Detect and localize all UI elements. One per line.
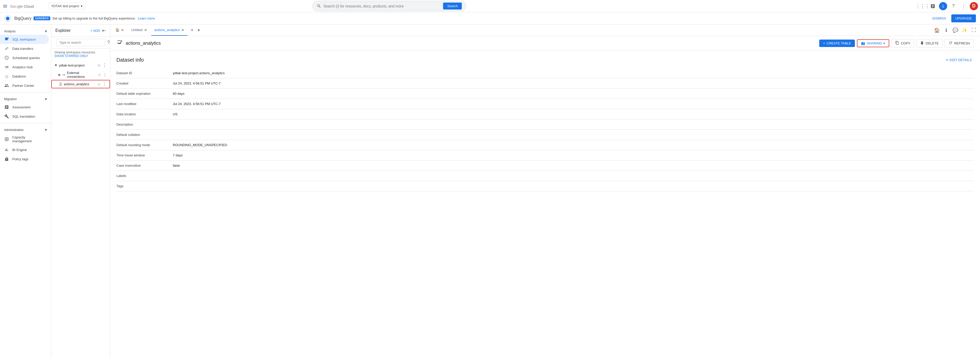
- sidebar-item-analytics-hub[interactable]: Analytics Hub: [0, 62, 49, 72]
- tab-info-icon[interactable]: ℹ: [942, 26, 950, 34]
- table-row: Default collation: [116, 130, 974, 140]
- home-close-icon[interactable]: ✕: [121, 28, 124, 32]
- sharing-icon: 👥: [861, 42, 865, 45]
- help-icon[interactable]: ?: [949, 2, 958, 10]
- tab-chat-icon[interactable]: 💬: [951, 26, 959, 34]
- dismiss-button[interactable]: DISMISS: [929, 14, 949, 22]
- field-value: 60 days: [173, 89, 974, 99]
- sharing-button[interactable]: 👥 SHARING ▾: [857, 39, 889, 47]
- untitled-tab-close-icon[interactable]: ✕: [144, 28, 147, 32]
- account-icon[interactable]: D: [970, 2, 978, 10]
- sidebar-item-partner-center[interactable]: Partner Center: [0, 81, 49, 90]
- tab-home-icon[interactable]: 🏠: [933, 26, 941, 34]
- add-button[interactable]: + ADD: [90, 29, 100, 33]
- dataset-star-icon[interactable]: ☆: [97, 82, 101, 86]
- delete-label: DELETE: [926, 42, 939, 45]
- search-bar-icon: [317, 4, 321, 8]
- tab-home[interactable]: 🏠 ✕: [112, 25, 127, 36]
- actions-analytics-tab-close-icon[interactable]: ✕: [181, 28, 185, 32]
- table-row: Created Jul 24, 2023, 4:56:51 PM UTC-7: [116, 78, 974, 89]
- dataset-header: actions_analytics + CREATE TABLE 👥 SHARI…: [110, 36, 980, 51]
- sidebar: Analysis ▾ SQL workspace Data transfers …: [0, 25, 51, 358]
- content-area: actions_analytics + CREATE TABLE 👥 SHARI…: [110, 36, 980, 358]
- project-selector[interactable]: YDTAK test project ▾: [48, 3, 85, 9]
- tab-actions-analytics[interactable]: actions_analytics ✕: [151, 25, 188, 36]
- data-transfers-icon: [4, 46, 9, 51]
- sidebar-item-data-transfers[interactable]: Data transfers: [0, 44, 49, 53]
- capacity-management-label: Capacity management: [12, 135, 45, 143]
- add-tab-button[interactable]: +: [188, 27, 196, 34]
- dataform-label: Dataform: [12, 75, 26, 78]
- field-value: [173, 171, 974, 181]
- learn-more-link[interactable]: Learn more: [138, 16, 154, 20]
- migration-label: Migration: [4, 97, 17, 101]
- tab-sparkle-icon[interactable]: ✨: [961, 26, 969, 34]
- more-options-icon[interactable]: ⋮: [959, 2, 968, 10]
- tabs-right: 🏠 ℹ 💬 ✨ ⛶: [933, 26, 978, 34]
- sidebar-item-scheduled-queries[interactable]: Scheduled queries: [0, 53, 49, 62]
- copy-button[interactable]: COPY: [891, 39, 914, 48]
- show-starred-link[interactable]: SHOW STARRED ONLY: [54, 54, 107, 58]
- refresh-label: REFRESH: [954, 42, 970, 45]
- account-avatar[interactable]: 1: [939, 2, 947, 10]
- table-row: Time travel window 7 days: [116, 150, 974, 160]
- explorer-search-input[interactable]: [56, 39, 105, 46]
- external-more-icon[interactable]: ⋮: [103, 72, 107, 77]
- apps-icon[interactable]: ⋮⋮⋮: [918, 2, 927, 10]
- project-more-icon[interactable]: ⋮: [102, 62, 107, 68]
- delete-button[interactable]: DELETE: [916, 39, 943, 48]
- tab-more-icon[interactable]: ▾: [198, 28, 200, 33]
- sidebar-item-capacity-management[interactable]: Capacity management: [0, 133, 49, 145]
- menu-icon[interactable]: [2, 3, 8, 9]
- create-table-button[interactable]: + CREATE TABLE: [819, 40, 855, 47]
- dropdown-icon: ▾: [81, 4, 83, 8]
- sidebar-item-sql-workspace[interactable]: SQL workspace: [0, 35, 49, 44]
- sidebar-item-dataform[interactable]: ◇ Dataform: [0, 72, 49, 81]
- field-label: Data location: [116, 109, 173, 120]
- project-star-icon[interactable]: ☆: [97, 63, 101, 68]
- google-cloud-logo[interactable]: Google Cloud: [10, 3, 46, 9]
- dataset-info-title: Dataset info: [116, 57, 144, 63]
- tab-expand-icon[interactable]: ⛶: [970, 26, 978, 34]
- field-label: Created: [116, 78, 173, 89]
- external-star-icon[interactable]: ☆: [98, 73, 101, 77]
- refresh-button[interactable]: REFRESH: [945, 39, 974, 48]
- field-label: Time travel window: [116, 150, 173, 160]
- dataset-more-icon[interactable]: ⋮: [102, 82, 107, 86]
- explorer-title: Explorer: [56, 28, 71, 33]
- migration-chevron[interactable]: ▾: [45, 97, 47, 101]
- table-row: Labels: [116, 171, 974, 181]
- search-help-icon[interactable]: ?: [107, 40, 110, 45]
- sidebar-item-assessment[interactable]: Assessment: [0, 102, 49, 112]
- upgrade-button[interactable]: UPGRADE: [951, 14, 976, 22]
- tree-project[interactable]: ▼ ydtak-test-project ☆ ⋮: [51, 61, 110, 70]
- tab-untitled[interactable]: Untitled ✕: [128, 25, 150, 36]
- explorer-search: ?: [51, 37, 110, 48]
- viewing-text: Viewing workspace resources. SHOW STARRE…: [51, 48, 110, 60]
- partner-center-icon: [4, 83, 9, 88]
- scheduled-queries-icon: [4, 55, 9, 60]
- field-label: Dataset ID: [116, 68, 173, 78]
- bigquery-icon: [4, 15, 11, 22]
- dataform-icon: ◇: [4, 74, 9, 79]
- policy-tags-label: Policy tags: [12, 157, 29, 161]
- notifications-icon[interactable]: [929, 2, 937, 10]
- sidebar-item-sql-translation[interactable]: SQL translation: [0, 112, 49, 121]
- table-row: Last modified Jul 24, 2023, 4:56:51 PM U…: [116, 99, 974, 109]
- search-button[interactable]: Search: [443, 3, 462, 10]
- analysis-chevron[interactable]: ▾: [45, 29, 47, 34]
- search-input[interactable]: [323, 4, 441, 8]
- sidebar-item-bi-engine[interactable]: BI Engine: [0, 145, 49, 154]
- dataset-info-table: Dataset ID ydtak-test-project.actions_an…: [116, 68, 974, 191]
- section-divider-1: [0, 92, 51, 93]
- administration-chevron[interactable]: ▾: [45, 127, 47, 132]
- field-label: Case insensitive: [116, 160, 173, 171]
- edit-details-button[interactable]: ✏ EDIT DETAILS: [944, 57, 974, 63]
- tree-item-external-connections[interactable]: ▶ ⇒ External connections ☆ ⋮: [51, 70, 110, 80]
- tree-item-actions-analytics[interactable]: ☰ actions_analytics ☆ ⋮: [51, 80, 110, 88]
- sql-translation-label: SQL translation: [12, 115, 35, 118]
- external-connections-icon: ⇒: [62, 73, 65, 77]
- partner-center-label: Partner Center: [12, 84, 34, 88]
- collapse-icon[interactable]: ⇤: [102, 28, 106, 34]
- sidebar-item-policy-tags[interactable]: Policy tags: [0, 154, 49, 164]
